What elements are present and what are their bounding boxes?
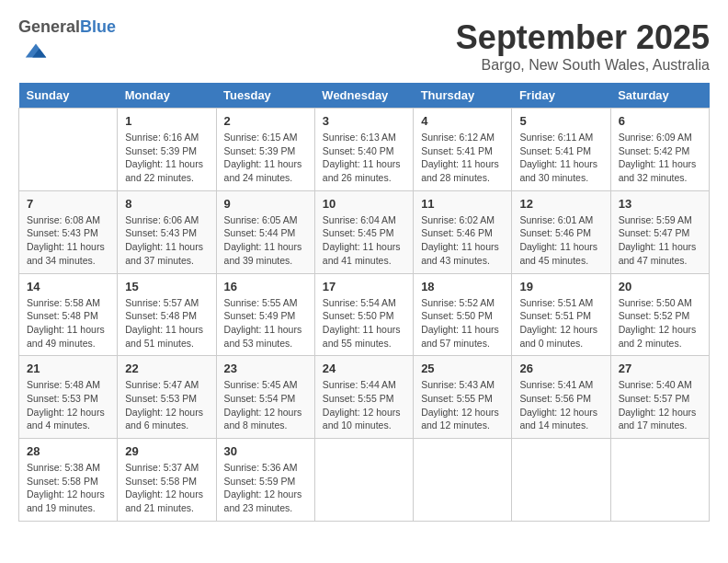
calendar-week-4: 21Sunrise: 5:48 AM Sunset: 5:53 PM Dayli… — [19, 356, 710, 439]
day-number: 17 — [323, 280, 405, 293]
calendar-cell: 16Sunrise: 5:55 AM Sunset: 5:49 PM Dayli… — [216, 273, 314, 356]
calendar-cell: 2Sunrise: 6:15 AM Sunset: 5:39 PM Daylig… — [216, 109, 314, 191]
calendar-cell: 8Sunrise: 6:06 AM Sunset: 5:43 PM Daylig… — [118, 190, 216, 273]
day-info: Sunrise: 5:47 AM Sunset: 5:53 PM Dayligh… — [125, 378, 208, 432]
day-number: 1 — [125, 114, 208, 128]
day-number: 20 — [619, 280, 701, 293]
day-info: Sunrise: 5:40 AM Sunset: 5:57 PM Dayligh… — [619, 378, 701, 432]
day-number: 29 — [125, 444, 208, 458]
day-number: 27 — [619, 362, 701, 375]
day-number: 12 — [519, 197, 602, 211]
day-number: 4 — [421, 114, 504, 128]
day-number: 10 — [323, 197, 405, 211]
calendar-cell: 7Sunrise: 6:08 AM Sunset: 5:43 PM Daylig… — [19, 190, 118, 273]
day-number: 28 — [27, 444, 109, 458]
day-info: Sunrise: 6:11 AM Sunset: 5:41 PM Dayligh… — [519, 131, 602, 185]
day-info: Sunrise: 6:15 AM Sunset: 5:39 PM Dayligh… — [224, 131, 307, 185]
day-info: Sunrise: 5:51 AM Sunset: 5:51 PM Dayligh… — [519, 296, 602, 350]
day-number: 11 — [421, 197, 504, 211]
logo: GeneralBlue — [18, 18, 116, 68]
calendar-table: SundayMondayTuesdayWednesdayThursdayFrid… — [18, 83, 710, 522]
calendar-cell — [19, 109, 118, 191]
calendar-cell: 4Sunrise: 6:12 AM Sunset: 5:41 PM Daylig… — [414, 109, 512, 191]
day-info: Sunrise: 5:43 AM Sunset: 5:55 PM Dayligh… — [421, 378, 504, 432]
calendar-cell: 30Sunrise: 5:36 AM Sunset: 5:59 PM Dayli… — [216, 439, 314, 522]
calendar-cell: 12Sunrise: 6:01 AM Sunset: 5:46 PM Dayli… — [512, 190, 610, 273]
day-info: Sunrise: 5:44 AM Sunset: 5:55 PM Dayligh… — [323, 378, 405, 432]
page-header: GeneralBlue September 2025 Bargo, New So… — [18, 18, 710, 74]
calendar-week-5: 28Sunrise: 5:38 AM Sunset: 5:58 PM Dayli… — [19, 439, 710, 522]
weekday-header-thursday: Thursday — [414, 83, 512, 109]
calendar-cell: 14Sunrise: 5:58 AM Sunset: 5:48 PM Dayli… — [19, 273, 118, 356]
calendar-cell — [610, 439, 709, 522]
day-info: Sunrise: 6:09 AM Sunset: 5:42 PM Dayligh… — [619, 131, 701, 185]
day-info: Sunrise: 5:36 AM Sunset: 5:59 PM Dayligh… — [224, 461, 307, 515]
calendar-cell: 22Sunrise: 5:47 AM Sunset: 5:53 PM Dayli… — [118, 356, 216, 439]
day-number: 3 — [323, 114, 405, 128]
day-number: 23 — [224, 362, 307, 375]
weekday-header-saturday: Saturday — [610, 83, 709, 109]
calendar-cell: 5Sunrise: 6:11 AM Sunset: 5:41 PM Daylig… — [512, 109, 610, 191]
weekday-header-friday: Friday — [512, 83, 610, 109]
weekday-header-row: SundayMondayTuesdayWednesdayThursdayFrid… — [19, 83, 710, 109]
day-number: 6 — [619, 114, 701, 128]
day-number: 5 — [519, 114, 602, 128]
calendar-cell: 25Sunrise: 5:43 AM Sunset: 5:55 PM Dayli… — [414, 356, 512, 439]
day-info: Sunrise: 6:05 AM Sunset: 5:44 PM Dayligh… — [224, 213, 307, 268]
weekday-header-sunday: Sunday — [19, 83, 118, 109]
day-info: Sunrise: 5:52 AM Sunset: 5:50 PM Dayligh… — [421, 296, 504, 350]
calendar-cell: 13Sunrise: 5:59 AM Sunset: 5:47 PM Dayli… — [610, 190, 709, 273]
day-info: Sunrise: 5:38 AM Sunset: 5:58 PM Dayligh… — [27, 461, 109, 515]
day-number: 21 — [27, 362, 109, 375]
day-info: Sunrise: 5:54 AM Sunset: 5:50 PM Dayligh… — [323, 296, 405, 350]
weekday-header-wednesday: Wednesday — [314, 83, 413, 109]
calendar-cell — [314, 439, 413, 522]
day-info: Sunrise: 6:12 AM Sunset: 5:41 PM Dayligh… — [421, 131, 504, 185]
day-number: 22 — [125, 362, 208, 375]
calendar-cell: 23Sunrise: 5:45 AM Sunset: 5:54 PM Dayli… — [216, 356, 314, 439]
day-info: Sunrise: 6:04 AM Sunset: 5:45 PM Dayligh… — [323, 213, 405, 268]
calendar-cell: 21Sunrise: 5:48 AM Sunset: 5:53 PM Dayli… — [19, 356, 118, 439]
weekday-header-tuesday: Tuesday — [216, 83, 314, 109]
day-info: Sunrise: 5:37 AM Sunset: 5:58 PM Dayligh… — [125, 461, 208, 515]
day-info: Sunrise: 6:06 AM Sunset: 5:43 PM Dayligh… — [125, 213, 208, 268]
day-info: Sunrise: 5:41 AM Sunset: 5:56 PM Dayligh… — [519, 378, 602, 432]
calendar-cell: 6Sunrise: 6:09 AM Sunset: 5:42 PM Daylig… — [610, 109, 709, 191]
day-number: 18 — [421, 280, 504, 293]
day-info: Sunrise: 6:13 AM Sunset: 5:40 PM Dayligh… — [323, 131, 405, 185]
calendar-cell: 28Sunrise: 5:38 AM Sunset: 5:58 PM Dayli… — [19, 439, 118, 522]
day-number: 30 — [224, 444, 307, 458]
calendar-cell: 18Sunrise: 5:52 AM Sunset: 5:50 PM Dayli… — [414, 273, 512, 356]
day-number: 25 — [421, 362, 504, 375]
day-info: Sunrise: 5:45 AM Sunset: 5:54 PM Dayligh… — [224, 378, 307, 432]
day-info: Sunrise: 5:48 AM Sunset: 5:53 PM Dayligh… — [27, 378, 109, 432]
day-number: 7 — [27, 197, 109, 211]
logo-blue: Blue — [80, 17, 116, 36]
location-subtitle: Bargo, New South Wales, Australia — [456, 57, 710, 74]
calendar-cell: 15Sunrise: 5:57 AM Sunset: 5:48 PM Dayli… — [118, 273, 216, 356]
day-info: Sunrise: 5:55 AM Sunset: 5:49 PM Dayligh… — [224, 296, 307, 350]
calendar-cell: 27Sunrise: 5:40 AM Sunset: 5:57 PM Dayli… — [610, 356, 709, 439]
day-number: 15 — [125, 280, 208, 293]
day-info: Sunrise: 6:02 AM Sunset: 5:46 PM Dayligh… — [421, 213, 504, 268]
calendar-week-2: 7Sunrise: 6:08 AM Sunset: 5:43 PM Daylig… — [19, 190, 710, 273]
day-number: 13 — [619, 197, 701, 211]
calendar-cell: 10Sunrise: 6:04 AM Sunset: 5:45 PM Dayli… — [314, 190, 413, 273]
logo-icon — [22, 37, 50, 64]
calendar-cell: 24Sunrise: 5:44 AM Sunset: 5:55 PM Dayli… — [314, 356, 413, 439]
calendar-cell: 17Sunrise: 5:54 AM Sunset: 5:50 PM Dayli… — [314, 273, 413, 356]
day-info: Sunrise: 6:16 AM Sunset: 5:39 PM Dayligh… — [125, 131, 208, 185]
calendar-cell: 20Sunrise: 5:50 AM Sunset: 5:52 PM Dayli… — [610, 273, 709, 356]
day-number: 8 — [125, 197, 208, 211]
calendar-cell: 1Sunrise: 6:16 AM Sunset: 5:39 PM Daylig… — [118, 109, 216, 191]
calendar-cell: 11Sunrise: 6:02 AM Sunset: 5:46 PM Dayli… — [414, 190, 512, 273]
day-number: 2 — [224, 114, 307, 128]
month-title: September 2025 — [456, 18, 710, 57]
day-info: Sunrise: 5:57 AM Sunset: 5:48 PM Dayligh… — [125, 296, 208, 350]
day-info: Sunrise: 6:01 AM Sunset: 5:46 PM Dayligh… — [519, 213, 602, 268]
calendar-week-3: 14Sunrise: 5:58 AM Sunset: 5:48 PM Dayli… — [19, 273, 710, 356]
calendar-cell: 3Sunrise: 6:13 AM Sunset: 5:40 PM Daylig… — [314, 109, 413, 191]
day-info: Sunrise: 6:08 AM Sunset: 5:43 PM Dayligh… — [27, 213, 109, 268]
day-info: Sunrise: 5:58 AM Sunset: 5:48 PM Dayligh… — [27, 296, 109, 350]
logo-general: General — [18, 17, 80, 36]
